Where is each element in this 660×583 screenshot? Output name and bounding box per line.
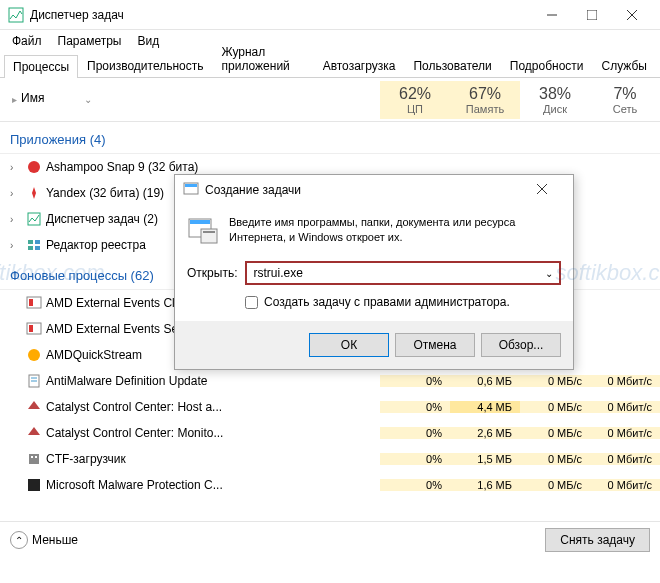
tab-performance[interactable]: Производительность <box>78 54 212 77</box>
cell-disk: 0 МБ/с <box>520 427 590 439</box>
run-dialog: Создание задачи Введите имя программы, п… <box>174 174 574 370</box>
column-memory[interactable]: 67% Память <box>450 81 520 119</box>
process-icon <box>26 185 42 201</box>
column-name[interactable]: ▸ Имя ⌄ <box>0 91 380 109</box>
cancel-button[interactable]: Отмена <box>395 333 475 357</box>
close-button[interactable] <box>612 1 652 29</box>
svg-rect-17 <box>29 454 39 464</box>
process-icon <box>26 159 42 175</box>
dialog-titlebar: Создание задачи <box>175 175 573 205</box>
process-icon <box>26 451 42 467</box>
admin-checkbox[interactable] <box>245 296 258 309</box>
tab-details[interactable]: Подробности <box>501 54 593 77</box>
process-name: Microsoft Malware Protection C... <box>46 478 380 492</box>
cell-disk: 0 МБ/с <box>520 401 590 413</box>
dialog-close-button[interactable] <box>537 183 565 197</box>
cell-cpu: 0% <box>380 427 450 439</box>
cell-cpu: 0% <box>380 401 450 413</box>
expand-icon[interactable]: › <box>10 240 22 251</box>
svg-rect-2 <box>587 10 597 20</box>
ok-button[interactable]: ОК <box>309 333 389 357</box>
svg-rect-18 <box>31 456 33 458</box>
expand-icon[interactable]: › <box>10 162 22 173</box>
svg-rect-7 <box>28 240 33 244</box>
tab-processes[interactable]: Процессы <box>4 55 78 78</box>
menu-view[interactable]: Вид <box>131 32 165 50</box>
list-item[interactable]: CTF-загрузчик 0% 1,5 МБ 0 МБ/с 0 Мбит/с <box>0 446 660 472</box>
network-label: Сеть <box>590 103 660 115</box>
column-cpu[interactable]: 62% ЦП <box>380 81 450 119</box>
cell-disk: 0 МБ/с <box>520 479 590 491</box>
menu-options[interactable]: Параметры <box>52 32 128 50</box>
cell-cpu: 0% <box>380 479 450 491</box>
maximize-button[interactable] <box>572 1 612 29</box>
memory-label: Память <box>450 103 520 115</box>
run-icon <box>187 215 219 247</box>
disk-percent: 38% <box>520 85 590 103</box>
open-combobox[interactable]: ⌄ <box>245 261 561 285</box>
svg-rect-28 <box>203 231 215 233</box>
minimize-button[interactable] <box>532 1 572 29</box>
cell-network: 0 Мбит/с <box>590 401 660 413</box>
process-icon <box>26 373 42 389</box>
cpu-percent: 62% <box>380 85 450 103</box>
process-name: Catalyst Control Center: Monito... <box>46 426 380 440</box>
list-item[interactable]: Microsoft Malware Protection C... 0% 1,6… <box>0 472 660 498</box>
tab-users[interactable]: Пользователи <box>404 54 500 77</box>
svg-rect-10 <box>35 246 40 250</box>
cell-network: 0 Мбит/с <box>590 479 660 491</box>
fewer-details-button[interactable]: ⌃ Меньше <box>10 531 78 549</box>
process-icon <box>26 211 42 227</box>
cell-memory: 1,5 МБ <box>450 453 520 465</box>
process-name: Ashampoo Snap 9 (32 бита) <box>46 160 380 174</box>
tab-services[interactable]: Службы <box>593 54 656 77</box>
menu-file[interactable]: Файл <box>6 32 48 50</box>
dialog-title: Создание задачи <box>199 183 537 197</box>
cell-cpu: 0% <box>380 375 450 387</box>
chevron-right-icon: ▸ <box>12 94 17 105</box>
cell-memory: 1,6 МБ <box>450 479 520 491</box>
footer: ⌃ Меньше Снять задачу <box>0 522 660 558</box>
dialog-icon <box>183 181 199 200</box>
column-headers: ▸ Имя ⌄ 62% ЦП 67% Память 38% Диск 7% Се… <box>0 78 660 122</box>
svg-point-15 <box>28 349 40 361</box>
fewer-label: Меньше <box>32 533 78 547</box>
cell-cpu: 0% <box>380 453 450 465</box>
process-name: CTF-загрузчик <box>46 452 380 466</box>
column-disk[interactable]: 38% Диск <box>520 81 590 119</box>
svg-rect-20 <box>28 479 40 491</box>
expand-icon[interactable]: › <box>10 214 22 225</box>
process-icon <box>26 399 42 415</box>
cell-memory: 0,6 МБ <box>450 375 520 387</box>
group-apps: Приложения (4) <box>0 122 660 154</box>
tab-app-history[interactable]: Журнал приложений <box>213 40 314 77</box>
open-input[interactable] <box>253 266 545 280</box>
browse-button[interactable]: Обзор... <box>481 333 561 357</box>
cell-disk: 0 МБ/с <box>520 375 590 387</box>
svg-rect-0 <box>9 8 23 22</box>
list-item[interactable]: Catalyst Control Center: Monito... 0% 2,… <box>0 420 660 446</box>
cpu-label: ЦП <box>380 103 450 115</box>
sort-caret-icon: ⌄ <box>84 94 92 105</box>
svg-point-5 <box>28 161 40 173</box>
svg-rect-9 <box>28 246 33 250</box>
process-icon <box>26 237 42 253</box>
svg-rect-6 <box>28 213 40 225</box>
expand-icon[interactable]: › <box>10 188 22 199</box>
chevron-down-icon[interactable]: ⌄ <box>545 268 553 279</box>
list-item[interactable]: Catalyst Control Center: Host a... 0% 4,… <box>0 394 660 420</box>
svg-rect-14 <box>29 325 33 332</box>
menu-bar: Файл Параметры Вид <box>0 30 660 52</box>
process-name: AntiMalware Definition Update <box>46 374 380 388</box>
window-title: Диспетчер задач <box>30 8 532 22</box>
column-network[interactable]: 7% Сеть <box>590 81 660 119</box>
svg-rect-12 <box>29 299 33 306</box>
process-icon <box>26 347 42 363</box>
end-task-button[interactable]: Снять задачу <box>545 528 650 552</box>
svg-rect-26 <box>190 220 210 224</box>
admin-label: Создать задачу с правами администратора. <box>264 295 510 309</box>
process-name: Catalyst Control Center: Host a... <box>46 400 380 414</box>
tab-startup[interactable]: Автозагрузка <box>314 54 405 77</box>
network-percent: 7% <box>590 85 660 103</box>
list-item[interactable]: AntiMalware Definition Update 0% 0,6 МБ … <box>0 368 660 394</box>
